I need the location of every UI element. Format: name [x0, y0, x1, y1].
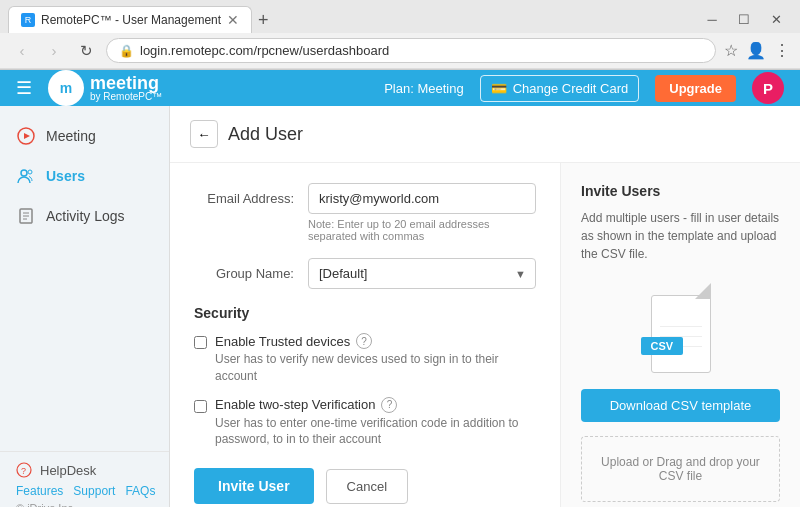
logo-text: meeting by RemotePC™	[90, 74, 162, 102]
add-user-header: ← Add User	[170, 106, 800, 163]
settings-icon[interactable]: ⋮	[774, 41, 790, 60]
upload-zone[interactable]: Upload or Drag and drop your CSV file	[581, 436, 780, 502]
main-content: Meeting Users	[0, 106, 800, 507]
forward-button[interactable]: ›	[42, 39, 66, 63]
group-row: Group Name: [Default] Group 1 Group 2 ▼	[194, 258, 536, 289]
form-section: Email Address: Note: Enter up to 20 emai…	[170, 163, 560, 507]
sidebar-bottom: ? HelpDesk Features Support FAQs © iDriv…	[0, 451, 169, 507]
two-step-content: Enable two-step Verification ? User has …	[215, 397, 536, 449]
two-step-row: Enable two-step Verification ? User has …	[194, 397, 536, 449]
meeting-icon	[16, 126, 36, 146]
bookmark-icon[interactable]: ☆	[724, 41, 738, 60]
content-area: ← Add User Email Address: Note: Enter up…	[170, 106, 800, 507]
change-credit-card-button[interactable]: 💳 Change Credit Card	[480, 75, 640, 102]
logo-meeting-label: meeting	[90, 74, 162, 92]
url-text: login.remotepc.com/rpcnew/userdashboard	[140, 43, 703, 58]
group-select[interactable]: [Default] Group 1 Group 2	[308, 258, 536, 289]
trusted-devices-row: Enable Trusted devices ? User has to ver…	[194, 333, 536, 385]
minimize-button[interactable]: ─	[696, 7, 728, 33]
two-step-help-icon[interactable]: ?	[381, 397, 397, 413]
group-label: Group Name:	[194, 258, 294, 281]
svg-point-2	[21, 170, 27, 176]
trusted-devices-desc: User has to verify new devices used to s…	[215, 351, 536, 385]
tab-close-icon[interactable]: ✕	[227, 12, 239, 28]
new-tab-button[interactable]: +	[258, 11, 269, 29]
trusted-devices-label: Enable Trusted devices	[215, 334, 350, 349]
download-csv-button[interactable]: Download CSV template	[581, 389, 780, 422]
sidebar-item-meeting[interactable]: Meeting	[0, 116, 169, 156]
sidebar-item-activity-logs[interactable]: Activity Logs	[0, 196, 169, 236]
security-title: Security	[194, 305, 536, 321]
profile-icon[interactable]: 👤	[746, 41, 766, 60]
two-step-label-row: Enable two-step Verification ?	[215, 397, 536, 413]
email-row: Email Address: Note: Enter up to 20 emai…	[194, 183, 536, 242]
trusted-devices-label-row: Enable Trusted devices ?	[215, 333, 536, 349]
features-link[interactable]: Features	[16, 484, 63, 498]
csv-badge: CSV	[641, 337, 684, 355]
svg-marker-1	[24, 133, 30, 139]
svg-text:?: ?	[21, 466, 26, 476]
faqs-link[interactable]: FAQs	[125, 484, 155, 498]
sidebar-item-users[interactable]: Users	[0, 156, 169, 196]
email-label: Email Address:	[194, 183, 294, 206]
csv-illustration: CSV	[581, 283, 780, 373]
content-body: Email Address: Note: Enter up to 20 emai…	[170, 163, 800, 507]
active-tab[interactable]: R RemotePC™ - User Management ✕	[8, 6, 252, 33]
email-control: Note: Enter up to 20 email addresses sep…	[308, 183, 536, 242]
back-button[interactable]: ‹	[10, 39, 34, 63]
sidebar-nav: Meeting Users	[0, 106, 169, 451]
back-arrow-icon: ←	[197, 127, 210, 142]
trusted-devices-content: Enable Trusted devices ? User has to ver…	[215, 333, 536, 385]
maximize-button[interactable]: ☐	[728, 7, 760, 33]
back-button[interactable]: ←	[190, 120, 218, 148]
logo: m meeting by RemotePC™	[48, 70, 162, 106]
invite-panel-desc: Add multiple users - fill in user detail…	[581, 209, 780, 263]
helpdesk-label: HelpDesk	[40, 463, 96, 478]
credit-card-icon: 💳	[491, 81, 507, 96]
invite-user-button[interactable]: Invite User	[194, 468, 314, 504]
tab-bar: R RemotePC™ - User Management ✕ + ─ ☐ ✕	[0, 0, 800, 33]
group-control: [Default] Group 1 Group 2 ▼	[308, 258, 536, 289]
user-avatar[interactable]: P	[752, 72, 784, 104]
support-link[interactable]: Support	[73, 484, 115, 498]
file-line1	[660, 326, 702, 327]
reload-button[interactable]: ↻	[74, 39, 98, 63]
upgrade-button[interactable]: Upgrade	[655, 75, 736, 102]
group-select-wrapper: [Default] Group 1 Group 2 ▼	[308, 258, 536, 289]
address-bar[interactable]: 🔒 login.remotepc.com/rpcnew/userdashboar…	[106, 38, 716, 63]
plan-label: Plan: Meeting	[384, 81, 464, 96]
browser-chrome: R RemotePC™ - User Management ✕ + ─ ☐ ✕ …	[0, 0, 800, 70]
svg-point-3	[28, 170, 32, 174]
helpdesk-item[interactable]: ? HelpDesk	[16, 462, 153, 478]
file-fold	[695, 283, 711, 299]
security-section: Security Enable Trusted devices ? User h…	[194, 305, 536, 448]
csv-file-icon: CSV	[641, 283, 721, 373]
tab-favicon: R	[21, 13, 35, 27]
footer-links: Features Support FAQs	[16, 484, 153, 498]
lock-icon: 🔒	[119, 44, 134, 58]
trusted-devices-help-icon[interactable]: ?	[356, 333, 372, 349]
sidebar-activity-logs-label: Activity Logs	[46, 208, 125, 224]
cancel-button[interactable]: Cancel	[326, 469, 408, 504]
app: ☰ m meeting by RemotePC™ Plan: Meeting 💳…	[0, 70, 800, 451]
helpdesk-icon: ?	[16, 462, 32, 478]
sidebar: Meeting Users	[0, 106, 170, 507]
two-step-label: Enable two-step Verification	[215, 397, 375, 412]
trusted-devices-checkbox[interactable]	[194, 336, 207, 349]
invite-panel: Invite Users Add multiple users - fill i…	[560, 163, 800, 507]
upload-text: Upload or Drag and drop your CSV file	[601, 455, 760, 483]
top-nav: ☰ m meeting by RemotePC™ Plan: Meeting 💳…	[0, 70, 800, 106]
two-step-checkbox[interactable]	[194, 400, 207, 413]
email-input[interactable]	[308, 183, 536, 214]
activity-logs-icon	[16, 206, 36, 226]
browser-actions: ☆ 👤 ⋮	[724, 41, 790, 60]
file-body	[651, 295, 711, 373]
sidebar-meeting-label: Meeting	[46, 128, 96, 144]
page-title: Add User	[228, 124, 303, 145]
email-note: Note: Enter up to 20 email addresses sep…	[308, 218, 536, 242]
window-controls: ─ ☐ ✕	[696, 7, 792, 33]
logo-icon: m	[48, 70, 84, 106]
hamburger-icon[interactable]: ☰	[16, 77, 32, 99]
two-step-desc: User has to enter one-time verification …	[215, 415, 536, 449]
close-button[interactable]: ✕	[760, 7, 792, 33]
